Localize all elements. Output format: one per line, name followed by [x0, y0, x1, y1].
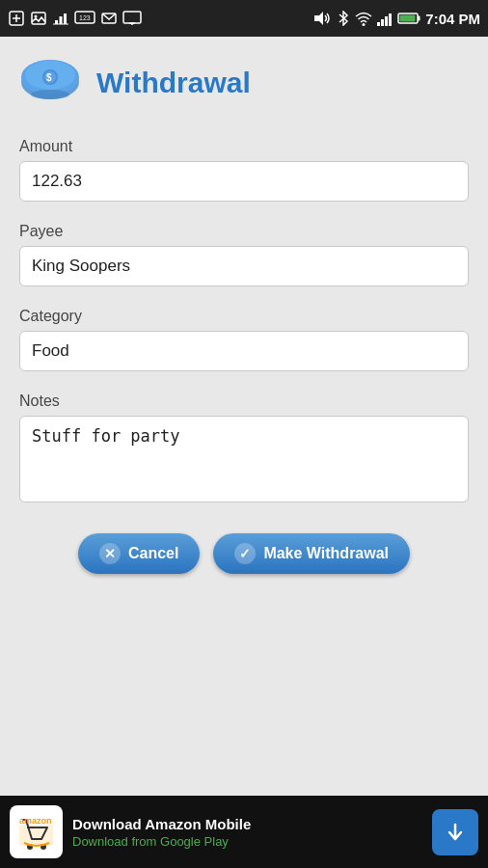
payee-input[interactable] — [19, 246, 469, 286]
svg-rect-5 — [55, 20, 58, 24]
ad-download-button[interactable] — [432, 809, 478, 855]
image-icon — [30, 10, 47, 27]
svg-text:123: 123 — [79, 14, 91, 21]
svg-rect-17 — [377, 22, 380, 26]
sms-icon: 123 — [74, 10, 95, 27]
notes-group: Notes Stuff for party — [19, 393, 469, 506]
download-arrow-icon — [444, 821, 467, 844]
notes-label: Notes — [19, 393, 469, 410]
svg-point-30 — [31, 90, 69, 99]
svg-rect-23 — [400, 15, 416, 22]
cancel-button[interactable]: ✕ Cancel — [78, 533, 200, 574]
email-icon — [100, 10, 118, 27]
ad-title: Download Amazon Mobile — [72, 816, 422, 832]
amount-label: Amount — [19, 138, 469, 155]
screen-icon — [122, 10, 142, 27]
svg-marker-15 — [314, 12, 323, 25]
make-withdrawal-button[interactable]: ✓ Make Withdrawal — [213, 533, 410, 574]
payee-label: Payee — [19, 223, 469, 240]
cancel-icon: ✕ — [99, 543, 121, 564]
button-row: ✕ Cancel ✓ Make Withdrawal — [19, 533, 469, 574]
svg-rect-19 — [385, 16, 388, 26]
svg-text:amazon: amazon — [19, 816, 52, 826]
make-withdrawal-label: Make Withdrawal — [263, 545, 389, 562]
category-input[interactable] — [19, 331, 469, 371]
svg-rect-18 — [381, 19, 384, 26]
payee-group: Payee — [19, 223, 469, 286]
withdrawal-icon: $ — [19, 56, 82, 109]
svg-rect-3 — [32, 13, 45, 24]
ad-subtitle: Download from Google Play — [72, 834, 422, 849]
category-label: Category — [19, 308, 469, 325]
svg-rect-6 — [60, 16, 63, 24]
wifi-icon — [355, 11, 372, 26]
sound-icon — [312, 11, 332, 26]
status-icons-right: 7:04 PM — [312, 11, 480, 27]
svg-rect-22 — [418, 16, 420, 21]
battery-icon — [397, 12, 420, 25]
svg-rect-7 — [64, 14, 67, 24]
add-icon — [8, 10, 25, 27]
svg-rect-20 — [389, 14, 392, 26]
checkmark-icon: ✓ — [234, 543, 256, 564]
status-icons-left: 123 — [8, 10, 142, 27]
svg-point-16 — [363, 23, 366, 26]
amazon-logo: amazon — [10, 805, 63, 858]
amount-group: Amount — [19, 138, 469, 202]
page-header: $ Withdrawal — [19, 56, 469, 109]
page-title: Withdrawal — [96, 67, 251, 99]
category-group: Category — [19, 308, 469, 371]
amount-input[interactable] — [19, 161, 469, 202]
cancel-label: Cancel — [128, 545, 178, 562]
ad-text-block: Download Amazon Mobile Download from Goo… — [72, 816, 422, 849]
chart-icon — [52, 10, 69, 27]
svg-text:$: $ — [46, 72, 52, 83]
signal-icon — [377, 11, 393, 26]
ad-banner: amazon Download Amazon Mobile Download f… — [0, 796, 488, 868]
bluetooth-icon — [337, 11, 350, 26]
status-bar: 123 — [0, 0, 488, 37]
main-content: $ Withdrawal Amount Payee Category Notes… — [0, 37, 488, 796]
status-time: 7:04 PM — [425, 11, 480, 27]
svg-rect-12 — [123, 12, 141, 23]
notes-input[interactable]: Stuff for party — [19, 416, 469, 502]
